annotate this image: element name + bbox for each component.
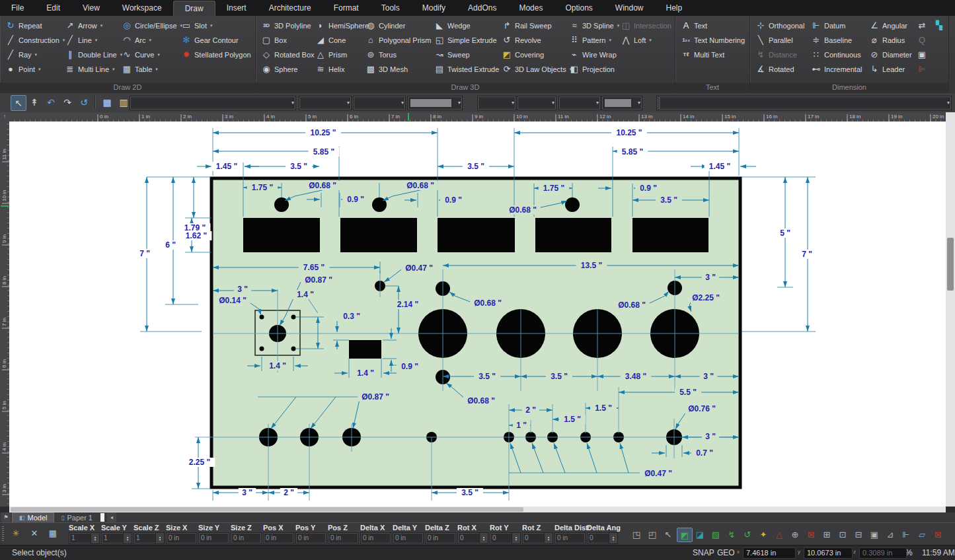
3d-law-objects-button[interactable]: ⟳3D Law Objects▾ bbox=[500, 62, 568, 77]
distance-button[interactable]: ↯Distance bbox=[754, 48, 810, 62]
menu-tools[interactable]: Tools bbox=[370, 0, 411, 16]
quick-dimension-button[interactable]: ⇄ bbox=[915, 18, 933, 33]
z-coordinate-field[interactable]: 0.3089 in bbox=[859, 547, 907, 559]
hole[interactable] bbox=[291, 315, 296, 320]
construction-button[interactable]: ╱Construction▾ bbox=[4, 33, 63, 48]
select-mode-fence-icon[interactable]: ↯ bbox=[724, 528, 739, 541]
field-size-z-input[interactable]: 0 in bbox=[231, 532, 262, 544]
menu-file[interactable]: File bbox=[0, 0, 35, 16]
delete-selection-icon[interactable]: ✕ bbox=[28, 528, 41, 542]
hatch-combo[interactable]: ▾ bbox=[558, 96, 601, 110]
hole[interactable] bbox=[260, 315, 264, 320]
polygonal-prism-button[interactable]: ⌂Polygonal Prism bbox=[364, 33, 433, 48]
text-numbering-button[interactable]: 1₂₃Text Numbering bbox=[679, 33, 748, 48]
snap-toggle[interactable]: SNAP bbox=[693, 548, 714, 557]
field-scale-x-input[interactable]: 1▴▾ bbox=[69, 532, 100, 544]
sphere-button[interactable]: ◉Sphere bbox=[260, 62, 314, 77]
quick-mark-icon[interactable]: ✳ bbox=[9, 528, 22, 542]
redo-button[interactable]: ↷ bbox=[60, 95, 75, 110]
menu-edit[interactable]: Edit bbox=[35, 0, 71, 16]
diameter-button[interactable]: ⊘Diameter bbox=[868, 48, 915, 62]
inspector-drag-handle[interactable] bbox=[2, 526, 4, 542]
cutout-rect[interactable] bbox=[340, 218, 417, 252]
gear-contour-button[interactable]: ✻Gear Contour bbox=[180, 33, 254, 48]
field-delta-dist-input[interactable]: 0 in bbox=[554, 532, 586, 544]
3d-mesh-button[interactable]: ▩3D Mesh bbox=[364, 62, 433, 77]
menu-architecture[interactable]: Architecture bbox=[258, 0, 323, 16]
arc-button[interactable]: ◠Arc▾ bbox=[120, 33, 180, 48]
field-pos-z-input[interactable]: 0 in bbox=[328, 532, 359, 544]
slot-button[interactable]: ▭Slot▾ bbox=[180, 18, 254, 33]
loft-button[interactable]: ⋀Loft▾ bbox=[619, 33, 673, 48]
hole[interactable] bbox=[291, 347, 296, 351]
spinner[interactable]: ▴▾ bbox=[544, 533, 553, 543]
radius-button[interactable]: ⌀Radius bbox=[868, 33, 915, 48]
field-size-y-input[interactable]: 0 in bbox=[198, 532, 229, 544]
menu-modes[interactable]: Modes bbox=[508, 0, 554, 16]
horizontal-scrollbar[interactable] bbox=[9, 507, 946, 512]
datum-button[interactable]: ⊩Datum bbox=[810, 18, 868, 33]
magnetic-point-icon[interactable]: ✦ bbox=[756, 528, 771, 541]
line-width-combo[interactable]: ▾ bbox=[477, 96, 516, 110]
tab-model[interactable]: ◧Model bbox=[12, 512, 54, 522]
spinner[interactable]: ▴▾ bbox=[123, 533, 132, 543]
pen-color-combo[interactable]: ▾ bbox=[407, 96, 463, 110]
menu-draw[interactable]: Draw bbox=[173, 1, 215, 16]
repeat-button[interactable]: ↻Repeat bbox=[4, 18, 63, 33]
menu-workspace[interactable]: Workspace bbox=[111, 0, 173, 16]
rail-sweep-button[interactable]: ↱Rail Sweep bbox=[500, 18, 568, 33]
arrow-button[interactable]: ↗Arrow▾ bbox=[63, 18, 120, 33]
print-button[interactable]: ▥ bbox=[116, 95, 131, 110]
field-scale-z-input[interactable]: 1▴▾ bbox=[134, 532, 165, 544]
menu-window[interactable]: Window bbox=[604, 0, 655, 16]
spinner[interactable]: ▴▾ bbox=[609, 533, 617, 543]
geo-toggle[interactable]: GEO bbox=[717, 548, 735, 557]
simple-extrude-button[interactable]: ◱Simple Extrude bbox=[433, 33, 500, 48]
3d-spline-button[interactable]: ≈3D Spline▾ bbox=[568, 18, 619, 33]
dimension-query-button[interactable]: Q bbox=[915, 33, 933, 48]
field-rot-z-input[interactable]: 0▴▾ bbox=[522, 532, 553, 544]
menu-options[interactable]: Options bbox=[554, 0, 603, 16]
undo-selection-icon[interactable]: ↺ bbox=[740, 528, 755, 541]
x-coordinate-field[interactable]: 7.4618 in bbox=[743, 547, 796, 559]
hemisphere-button[interactable]: ◗HemiSphere bbox=[314, 18, 364, 33]
pack-object-icon[interactable]: ◳ bbox=[629, 528, 644, 541]
line-style-combo[interactable]: ▾ bbox=[353, 96, 406, 110]
dimension-marker-button[interactable]: ⊫ bbox=[915, 62, 933, 77]
rotated-box-button[interactable]: ◇Rotated Box bbox=[260, 48, 314, 62]
stellated-polygon-button[interactable]: ✹Stellated Polygon bbox=[180, 48, 254, 62]
text-button[interactable]: AText bbox=[679, 18, 748, 33]
wire-wrap-button[interactable]: ⌁Wire Wrap bbox=[568, 48, 619, 62]
hole[interactable] bbox=[260, 347, 264, 351]
menu-insert[interactable]: Insert bbox=[215, 0, 258, 16]
pattern-combo[interactable]: ▾ bbox=[517, 96, 556, 110]
tab-scroll-left-button[interactable]: ◂ bbox=[107, 512, 116, 522]
revolve-button[interactable]: ↺Revolve bbox=[500, 33, 568, 48]
covering-button[interactable]: ◩Covering bbox=[500, 48, 568, 62]
tab-paper-1[interactable]: ▯Paper 1 bbox=[54, 512, 98, 522]
spinner[interactable]: ▴▾ bbox=[512, 533, 520, 543]
prism-button[interactable]: △Prism bbox=[314, 48, 364, 62]
cutout-rect[interactable] bbox=[632, 218, 708, 252]
field-delta-ang-input[interactable]: 0▴▾ bbox=[587, 532, 618, 544]
multi-line-button[interactable]: ≣Multi Line▾ bbox=[63, 62, 120, 77]
spinner[interactable]: ▴▾ bbox=[155, 533, 164, 543]
no-frame-icon[interactable]: ⊠ bbox=[804, 528, 818, 541]
projection-button[interactable]: ◧Projection bbox=[568, 62, 619, 77]
horizontal-ruler[interactable]: 0 in1 in2 in3 in4 in5 in6 in7 in8 in9 in… bbox=[9, 112, 946, 122]
table-button[interactable]: ▦Table▾ bbox=[120, 62, 180, 77]
ray-button[interactable]: ╱Ray▾ bbox=[4, 48, 63, 62]
dimension-palette-button[interactable]: ▚ bbox=[933, 18, 947, 33]
vertical-scrollbar[interactable] bbox=[946, 112, 955, 507]
unpack-object-icon[interactable]: ◰ bbox=[645, 528, 660, 541]
cutout-rect[interactable] bbox=[243, 218, 320, 252]
baseline-button[interactable]: ≑Baseline bbox=[810, 33, 868, 48]
field-delta-y-input[interactable]: 0 in bbox=[393, 532, 424, 544]
menu-help[interactable]: Help bbox=[655, 0, 694, 16]
point-button[interactable]: ●Point▾ bbox=[4, 62, 63, 77]
selection-info-button[interactable]: ▦ bbox=[100, 95, 114, 110]
field-delta-x-input[interactable]: 0 in bbox=[360, 532, 391, 544]
line-button[interactable]: ╱Line▾ bbox=[63, 33, 120, 48]
vertical-ruler[interactable]: 11 in10 in9 in8 in7 in6 in5 in4 in3 in bbox=[0, 122, 10, 507]
select-button[interactable]: ↖ bbox=[11, 95, 26, 111]
